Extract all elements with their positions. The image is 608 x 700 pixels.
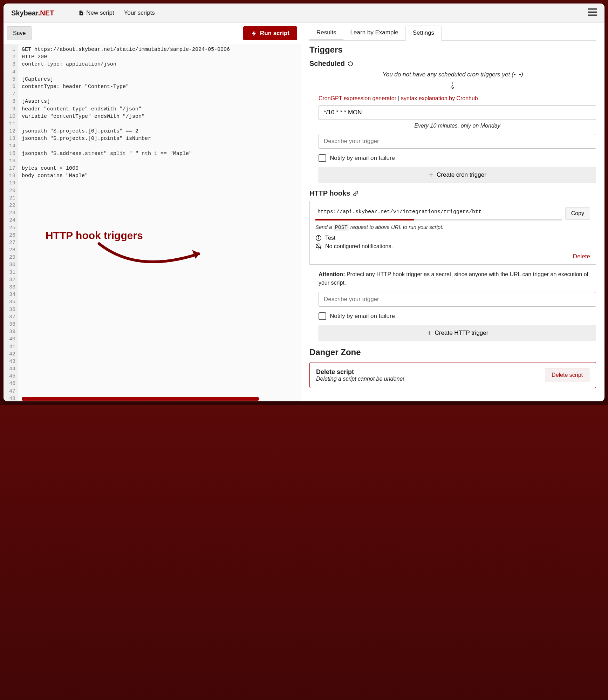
delete-script-button[interactable]: Delete script <box>545 368 589 382</box>
brand-part1: Skybear <box>11 9 38 17</box>
hook-hint-code: POST <box>334 224 349 231</box>
attention-label: Attention: <box>319 271 345 277</box>
link-separator: | <box>398 95 401 101</box>
nav-new-script-label: New script <box>86 9 114 16</box>
code-content[interactable]: GET https://about.skybear.net/static/imm… <box>18 44 301 401</box>
link-icon <box>353 191 358 196</box>
run-label: Run script <box>260 30 289 37</box>
cron-notify-row: Notify by email on failure <box>319 154 596 162</box>
tab-learn[interactable]: Learn by Example <box>343 26 405 40</box>
scheduled-form: CronGPT expression generator | syntax ex… <box>319 95 596 183</box>
scheduled-title: Scheduled <box>309 60 345 68</box>
hook-notify-row: Notify by email on failure <box>319 312 596 320</box>
editor-toolbar: Save Run script <box>4 23 301 44</box>
delete-hook-link[interactable]: Delete <box>315 253 590 260</box>
hook-notify-checkbox[interactable] <box>319 312 326 320</box>
info-icon <box>315 235 322 241</box>
cronhub-link[interactable]: syntax explanation by Cronhub <box>401 95 478 101</box>
plus-icon <box>428 172 434 178</box>
file-plus-icon <box>78 10 84 16</box>
nav-links: New script Your scripts <box>78 9 155 16</box>
http-hook-card: https://api.skybear.net/v1/integrations/… <box>309 201 596 265</box>
line-gutter: 1234567891011121314151617181920212223242… <box>4 44 18 401</box>
brand-part2: .NET <box>38 9 54 17</box>
http-hooks-title: HTTP hooks <box>309 189 350 197</box>
create-cron-trigger-button[interactable]: Create cron trigger <box>319 167 596 183</box>
tab-settings[interactable]: Settings <box>405 26 442 41</box>
hook-url-container: https://api.skybear.net/v1/integrations/… <box>315 206 562 220</box>
hook-url-scroll-thumb[interactable] <box>315 219 414 220</box>
create-http-label: Create HTTP trigger <box>435 329 489 337</box>
scrollbar-thumb[interactable] <box>22 397 259 401</box>
hook-url-scroll[interactable] <box>315 219 562 220</box>
hook-description-input[interactable] <box>319 292 596 307</box>
copy-url-button[interactable]: Copy <box>565 207 590 220</box>
attention-block: Attention: Protect any HTTP hook trigger… <box>319 270 596 287</box>
editor-panel: Save Run script 123456789101112131415161… <box>4 23 301 401</box>
svg-rect-2 <box>588 15 597 16</box>
hook-hint-prefix: Send a <box>315 224 334 230</box>
http-hooks-heading: HTTP hooks <box>309 189 596 197</box>
bell-off-icon <box>315 243 322 250</box>
hook-hint-suffix: request to above URL to run your script. <box>349 224 444 230</box>
danger-title: Delete script <box>316 368 404 376</box>
cron-description-input[interactable] <box>319 134 596 149</box>
test-hook-label: Test <box>325 235 335 241</box>
settings-panel: Results Learn by Example Settings Trigge… <box>301 23 604 401</box>
svg-rect-0 <box>588 8 597 9</box>
danger-box: Delete script Deleting a script cannot b… <box>309 362 596 388</box>
tabs: Results Learn by Example Settings <box>309 26 596 41</box>
arrow-down-dotted-icon <box>451 82 455 89</box>
cron-expression-input[interactable] <box>319 105 596 120</box>
bolt-icon <box>251 30 257 36</box>
main-split: Save Run script 123456789101112131415161… <box>4 23 604 401</box>
nav-your-scripts-label: Your scripts <box>124 9 155 16</box>
scheduled-heading: Scheduled <box>309 60 596 68</box>
cron-notify-checkbox[interactable] <box>319 154 326 162</box>
triggers-heading: Triggers <box>309 45 596 55</box>
save-button[interactable]: Save <box>7 26 32 40</box>
no-notifications-row: No configured notifications. <box>315 243 590 250</box>
refresh-icon <box>348 61 353 67</box>
cron-expression-hint: Every 10 minutes, only on Monday <box>319 123 596 129</box>
crongpt-link[interactable]: CronGPT expression generator <box>319 95 396 101</box>
horizontal-scrollbar[interactable] <box>22 397 301 401</box>
no-notifications-label: No configured notifications. <box>325 243 393 250</box>
svg-point-3 <box>452 82 453 82</box>
danger-text: Delete script Deleting a script cannot b… <box>316 368 404 382</box>
create-http-trigger-button[interactable]: Create HTTP trigger <box>319 325 596 341</box>
app-window: Skybear.NET New script Your scripts Save… <box>4 4 604 401</box>
scheduled-empty-msg: You do not have any scheduled cron trigg… <box>309 71 596 78</box>
nav-new-script[interactable]: New script <box>78 9 114 16</box>
test-hook-row[interactable]: Test <box>315 235 590 241</box>
top-nav: Skybear.NET New script Your scripts <box>4 4 604 23</box>
menu-button[interactable] <box>588 8 597 18</box>
attention-text: Protect any HTTP hook trigger as a secre… <box>319 271 588 286</box>
cron-notify-label: Notify by email on failure <box>330 155 395 162</box>
plus-icon <box>426 330 432 336</box>
dotted-arrow <box>309 82 596 91</box>
danger-zone-heading: Danger Zone <box>309 347 596 357</box>
svg-point-5 <box>452 85 453 86</box>
run-script-button[interactable]: Run script <box>243 26 297 40</box>
hook-notify-label: Notify by email on failure <box>330 313 395 320</box>
hook-url-row: https://api.skybear.net/v1/integrations/… <box>315 206 590 220</box>
create-cron-label: Create cron trigger <box>437 171 486 178</box>
svg-rect-1 <box>588 12 597 13</box>
danger-subtitle: Deleting a script cannot be undone! <box>316 376 404 382</box>
tab-results[interactable]: Results <box>309 26 343 40</box>
hamburger-icon <box>588 8 597 16</box>
http-hook-form: Notify by email on failure Create HTTP t… <box>319 292 596 341</box>
brand-logo[interactable]: Skybear.NET <box>11 9 54 17</box>
cron-help-links: CronGPT expression generator | syntax ex… <box>319 95 596 102</box>
nav-your-scripts[interactable]: Your scripts <box>124 9 155 16</box>
svg-point-10 <box>318 237 319 237</box>
code-editor[interactable]: 1234567891011121314151617181920212223242… <box>4 44 301 401</box>
hook-hint: Send a POST request to above URL to run … <box>315 224 590 231</box>
svg-point-4 <box>452 83 453 84</box>
hook-url[interactable]: https://api.skybear.net/v1/integrations/… <box>315 206 562 218</box>
